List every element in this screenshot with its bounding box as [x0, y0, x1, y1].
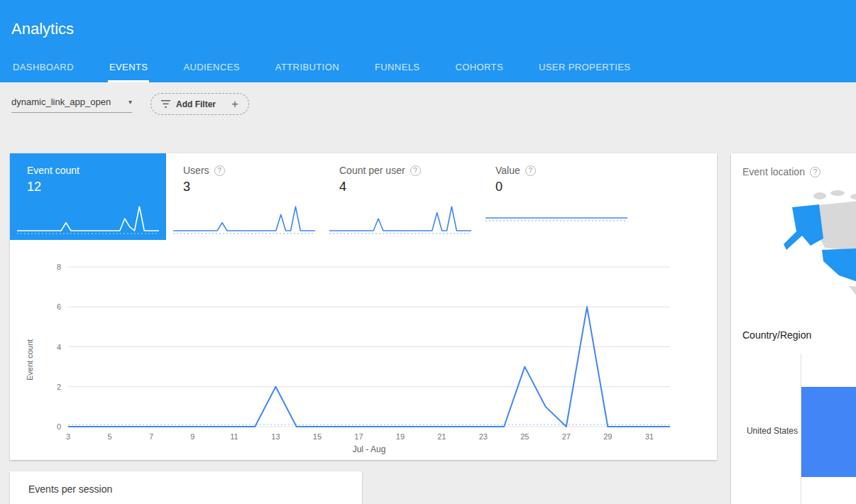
svg-text:8: 8	[57, 263, 61, 271]
count-per-user-sparkline	[328, 202, 473, 236]
svg-text:9: 9	[190, 432, 194, 441]
metric-tile-event-count[interactable]: Event count 12	[10, 153, 166, 240]
events-metrics-card: Event count 12 Users ? 3 Count per user …	[10, 153, 717, 460]
page-title: Analytics	[11, 20, 74, 38]
svg-text:6: 6	[57, 302, 61, 311]
svg-text:11: 11	[230, 432, 238, 441]
tab-cohorts[interactable]: COHORTS	[454, 53, 505, 82]
help-icon[interactable]: ?	[214, 165, 225, 176]
analytics-screen: Analytics DASHBOARD EVENTS AUDIENCES ATT…	[0, 0, 856, 504]
help-icon[interactable]: ?	[410, 165, 421, 176]
tab-audiences[interactable]: AUDIENCES	[182, 53, 241, 82]
svg-text:27: 27	[562, 432, 571, 441]
help-icon[interactable]: ?	[525, 165, 536, 176]
svg-text:29: 29	[603, 432, 612, 441]
event-selector-value: dynamic_link_app_open	[11, 97, 111, 107]
metric-value: 12	[27, 180, 149, 195]
svg-text:21: 21	[437, 432, 446, 441]
svg-text:4: 4	[57, 343, 61, 351]
world-map	[781, 186, 856, 321]
metric-tiles: Event count 12 Users ? 3 Count per user …	[10, 153, 635, 240]
tab-dashboard[interactable]: DASHBOARD	[11, 53, 75, 82]
svg-text:Jul - Aug: Jul - Aug	[353, 444, 386, 454]
tab-events[interactable]: EVENTS	[108, 53, 149, 82]
metric-label: Count per user	[339, 165, 405, 176]
y-axis-label: Event count	[26, 339, 34, 380]
tab-attribution[interactable]: ATTRIBUTION	[274, 53, 341, 82]
metric-value: 4	[339, 180, 461, 195]
metric-value: 3	[183, 180, 305, 195]
tab-funnels[interactable]: FUNNELS	[373, 53, 421, 82]
metric-value: 0	[495, 180, 618, 195]
plus-icon: +	[231, 97, 238, 111]
event-count-sparkline	[16, 202, 160, 236]
metric-tile-count-per-user[interactable]: Count per user ? 4	[322, 153, 478, 240]
tab-user-properties[interactable]: USER PROPERTIES	[537, 53, 632, 82]
country-region-heading: Country/Region	[742, 329, 811, 341]
dropdown-caret-icon: ▾	[128, 98, 132, 106]
event-location-card: Event location ? Country/Region United S…	[731, 153, 856, 504]
svg-text:2: 2	[57, 383, 61, 391]
tab-bar: DASHBOARD EVENTS AUDIENCES ATTRIBUTION F…	[11, 53, 664, 82]
united-states-label: United States	[735, 426, 798, 436]
svg-text:19: 19	[396, 432, 405, 441]
svg-text:15: 15	[313, 432, 322, 441]
events-per-session-title: Events per session	[28, 483, 112, 495]
filter-icon	[161, 100, 170, 108]
metric-label: Users	[183, 165, 209, 176]
metric-tile-value[interactable]: Value ? 0	[478, 153, 635, 240]
svg-text:31: 31	[645, 432, 654, 441]
united-states-bar[interactable]	[801, 387, 856, 477]
value-sparkline	[484, 202, 629, 236]
map-united-states-shape	[822, 246, 856, 286]
metric-label: Value	[495, 165, 520, 176]
svg-text:23: 23	[479, 432, 488, 441]
events-per-session-card: Events per session	[10, 471, 362, 504]
users-sparkline	[172, 202, 317, 236]
map-mexico-shape	[849, 286, 856, 309]
svg-text:25: 25	[520, 432, 529, 441]
svg-text:7: 7	[149, 432, 153, 441]
svg-text:17: 17	[354, 432, 363, 441]
help-icon[interactable]: ?	[810, 167, 821, 177]
svg-text:3: 3	[66, 432, 70, 441]
event-location-title: Event location	[742, 166, 805, 177]
svg-text:13: 13	[271, 432, 280, 441]
event-selector-dropdown[interactable]: dynamic_link_app_open ▾	[11, 97, 132, 113]
metric-label: Event count	[27, 165, 79, 176]
map-alaska-shape	[784, 204, 823, 250]
add-filter-button[interactable]: Add Filter +	[150, 93, 249, 115]
event-count-line-chart: 0246835791113151719212325272931Jul - Aug	[38, 253, 691, 455]
app-header: Analytics DASHBOARD EVENTS AUDIENCES ATT…	[0, 0, 856, 82]
svg-text:0: 0	[57, 422, 61, 431]
add-filter-label: Add Filter	[176, 99, 216, 109]
svg-text:5: 5	[107, 432, 111, 441]
metric-tile-users[interactable]: Users ? 3	[166, 153, 322, 240]
